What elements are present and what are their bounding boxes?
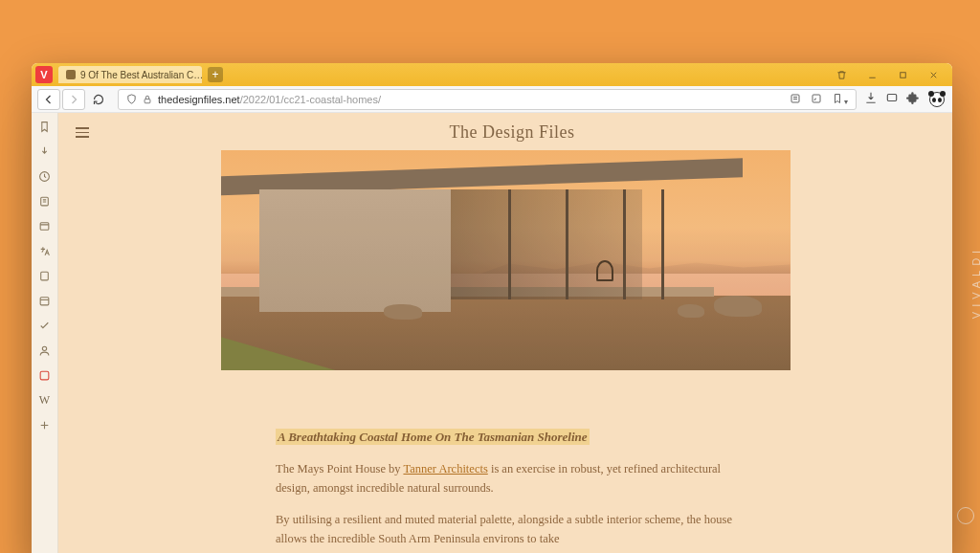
calendar-panel-icon[interactable] (37, 293, 53, 308)
shield-icon (126, 94, 137, 104)
window-controls (826, 65, 948, 84)
svg-rect-16 (41, 272, 49, 280)
article-heading: A Breathtaking Coastal Home On The Tasma… (276, 429, 590, 445)
history-panel-icon[interactable] (37, 168, 53, 184)
svg-rect-14 (40, 222, 49, 230)
reading-list-panel-icon[interactable] (37, 268, 53, 283)
url-text: thedesignfiles.net/2022/01/cc21-coastal-… (158, 94, 381, 105)
feed-icon[interactable] (811, 93, 822, 106)
tab-title: 9 Of The Best Australian C… (80, 70, 202, 80)
side-panel: W (32, 113, 58, 553)
svg-rect-4 (145, 99, 150, 102)
browser-window: V 9 Of The Best Australian C… + (32, 63, 952, 553)
add-panel-icon[interactable] (37, 417, 53, 432)
address-bar: thedesignfiles.net/2022/01/cc21-coastal-… (32, 86, 952, 113)
panda-extension-icon[interactable] (927, 90, 947, 109)
vivaldi-panel-icon[interactable] (37, 367, 53, 383)
toolbar-right (864, 90, 947, 109)
forward-button[interactable] (62, 89, 85, 110)
article-paragraph: By utilising a resilient and muted mater… (276, 511, 735, 548)
hamburger-menu-icon[interactable] (76, 127, 89, 138)
capture-icon[interactable] (885, 91, 899, 108)
bookmark-ribbon-icon[interactable]: ▾ (832, 93, 848, 106)
svg-rect-1 (900, 72, 905, 77)
svg-point-19 (42, 346, 46, 350)
svg-rect-9 (887, 94, 896, 100)
hero-image (221, 150, 791, 370)
notes-panel-icon[interactable] (37, 193, 53, 209)
maximize-button[interactable] (887, 65, 918, 84)
page-content[interactable]: The Design Files A B (58, 113, 952, 553)
svg-rect-17 (40, 297, 49, 304)
window-panel-icon[interactable] (37, 218, 53, 233)
tab-active[interactable]: 9 Of The Best Australian C… (58, 66, 202, 83)
vivaldi-logo-icon (957, 507, 974, 524)
article-body: A Breathtaking Coastal Home On The Tasma… (276, 428, 735, 553)
tab-bar: V 9 Of The Best Australian C… + (32, 63, 952, 86)
tab-favicon-icon (66, 70, 76, 79)
minimize-button[interactable] (857, 65, 887, 84)
close-button[interactable] (918, 65, 948, 84)
contacts-panel-icon[interactable] (37, 343, 53, 358)
reader-mode-icon[interactable] (790, 93, 801, 106)
trash-tabs-button[interactable] (826, 65, 857, 84)
article-paragraph: The Mays Point House by Tanner Architect… (276, 460, 735, 498)
extensions-icon[interactable] (906, 91, 920, 108)
reload-button[interactable] (87, 89, 110, 110)
downloads-icon[interactable] (864, 91, 878, 108)
back-button[interactable] (37, 89, 60, 110)
url-field[interactable]: thedesignfiles.net/2022/01/cc21-coastal-… (118, 89, 857, 110)
wikipedia-panel-icon[interactable]: W (37, 392, 53, 408)
downloads-panel-icon[interactable] (37, 144, 53, 159)
vivaldi-menu-button[interactable]: V (35, 66, 53, 83)
svg-rect-20 (40, 371, 49, 380)
tanner-architects-link[interactable]: Tanner Architects (403, 462, 487, 476)
translate-panel-icon[interactable] (37, 243, 53, 258)
bookmarks-panel-icon[interactable] (37, 119, 53, 134)
vivaldi-watermark: VIVALDI (970, 246, 980, 319)
tasks-panel-icon[interactable] (37, 318, 53, 333)
new-tab-button[interactable]: + (208, 67, 223, 82)
lock-icon (143, 95, 152, 104)
site-title[interactable]: The Design Files (450, 122, 575, 143)
